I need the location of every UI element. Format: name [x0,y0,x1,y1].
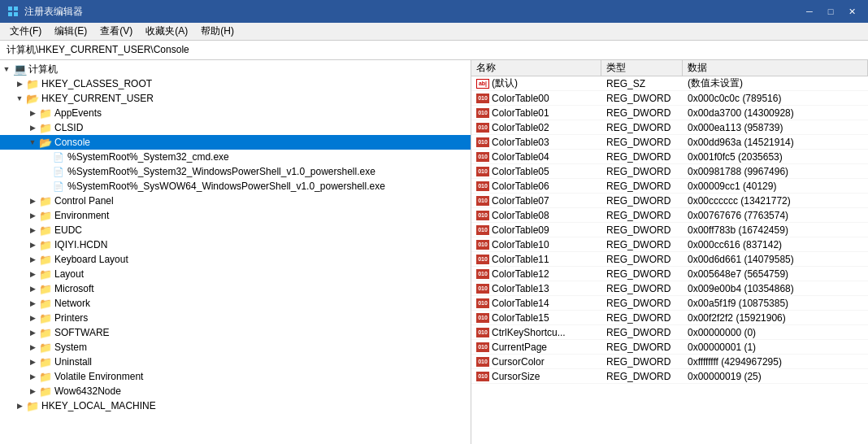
expand-arrow-uninstall[interactable]: ▶ [26,355,39,368]
tree-item-clsid[interactable]: ▶📁CLSID [0,120,471,135]
detail-row[interactable]: 010ColorTable07REG_DWORD0x00cccccc (1342… [471,194,868,208]
tree-item-console[interactable]: ▼📂Console [0,135,471,150]
tree-item-powershell64[interactable]: 📄%SystemRoot%_SysWOW64_WindowsPowerShell… [0,179,471,194]
tree-item-hklm[interactable]: ▶📁HKEY_LOCAL_MACHINE [0,398,471,413]
expand-arrow-layout[interactable]: ▶ [26,268,39,281]
tree-item-system[interactable]: ▶📁System [0,340,471,355]
detail-panel[interactable]: 名称 类型 数据 ab|(默认)REG_SZ(数值未设置)010ColorTab… [471,60,868,444]
expand-arrow-volatile[interactable]: ▶ [26,370,39,383]
expand-arrow-microsoft[interactable]: ▶ [26,282,39,295]
detail-row[interactable]: 010ColorTable06REG_DWORD0x00009cc1 (4012… [471,179,868,194]
expand-arrow-hkcr[interactable]: ▶ [13,77,26,90]
tree-item-network[interactable]: ▶📁Network [0,296,471,311]
detail-row[interactable]: 010ColorTable02REG_DWORD0x000ea113 (9587… [471,120,868,135]
col-header-name[interactable]: 名称 [471,60,601,76]
detail-cell-data: 0x00000001 (1) [683,341,868,354]
detail-row[interactable]: ab|(默认)REG_SZ(数值未设置) [471,76,868,91]
detail-row[interactable]: 010ColorTable03REG_DWORD0x00dd963a (1452… [471,135,868,150]
expand-arrow-system[interactable]: ▶ [26,341,39,354]
tree-item-computer[interactable]: ▼💻计算机 [0,62,471,76]
col-header-data[interactable]: 数据 [683,60,868,76]
folder-icon-powershell: 📄 [52,165,65,178]
tree-item-environment[interactable]: ▶📁Environment [0,208,471,223]
detail-row[interactable]: 010CtrlKeyShortcu...REG_DWORD0x00000000 … [471,325,868,340]
detail-row[interactable]: 010ColorTable14REG_DWORD0x00a5f1f9 (1087… [471,296,868,311]
tree-item-label-cmd: %SystemRoot%_System32_cmd.exe [67,151,229,163]
detail-row[interactable]: 010ColorTable01REG_DWORD0x00da3700 (1430… [471,106,868,120]
folder-icon-software: 📁 [39,326,52,339]
tree-item-appevents[interactable]: ▶📁AppEvents [0,106,471,120]
reg-icon: 010 [476,108,489,118]
tree-panel[interactable]: ▼💻计算机▶📁HKEY_CLASSES_ROOT▼📂HKEY_CURRENT_U… [0,60,471,444]
title-text: 注册表编辑器 [24,5,83,19]
expand-arrow-environment[interactable]: ▶ [26,209,39,222]
col-header-type[interactable]: 类型 [601,60,683,76]
detail-row[interactable]: 010CursorSizeREG_DWORD0x00000019 (25) [471,369,868,384]
detail-row[interactable]: 010ColorTable09REG_DWORD0x00ff783b (1674… [471,223,868,237]
expand-arrow-clsid[interactable]: ▶ [26,121,39,134]
expand-arrow-printers[interactable]: ▶ [26,311,39,324]
detail-row[interactable]: 010CurrentPageREG_DWORD0x00000001 (1) [471,340,868,355]
folder-icon-hkcu: 📂 [26,92,39,105]
tree-item-label-computer: 计算机 [28,63,58,76]
tree-item-label-hkcr: HKEY_CLASSES_ROOT [41,78,152,89]
folder-icon-controlpanel: 📁 [39,194,52,207]
detail-row[interactable]: 010ColorTable10REG_DWORD0x000cc616 (8371… [471,237,868,252]
tree-item-wow6432[interactable]: ▶📁Wow6432Node [0,384,471,398]
expand-arrow-appevents[interactable]: ▶ [26,107,39,120]
expand-arrow-wow6432[interactable]: ▶ [26,385,39,398]
tree-item-printers[interactable]: ▶📁Printers [0,311,471,325]
detail-row[interactable]: 010ColorTable00REG_DWORD0x000c0c0c (7895… [471,91,868,106]
tree-item-iqiyi[interactable]: ▶📁IQIYI.HCDN [0,237,471,252]
folder-icon-environment: 📁 [39,209,52,222]
tree-item-volatile[interactable]: ▶📁Volatile Environment [0,369,471,384]
expand-arrow-keyboard[interactable]: ▶ [26,253,39,266]
maximize-button[interactable]: □ [821,3,840,20]
tree-item-label-printers: Printers [54,312,88,324]
detail-row[interactable]: 010ColorTable12REG_DWORD0x005648e7 (5654… [471,267,868,281]
menu-item-a[interactable]: 收藏夹(A) [139,23,194,40]
expand-arrow-iqiyi[interactable]: ▶ [26,238,39,251]
minimize-button[interactable]: ─ [800,3,819,20]
tree-item-controlpanel[interactable]: ▶📁Control Panel [0,194,471,208]
tree-item-layout[interactable]: ▶📁Layout [0,267,471,281]
expand-arrow-software[interactable]: ▶ [26,326,39,339]
tree-item-microsoft[interactable]: ▶📁Microsoft [0,281,471,296]
close-button[interactable]: ✕ [842,3,861,20]
tree-item-software[interactable]: ▶📁SOFTWARE [0,325,471,340]
tree-item-uninstall[interactable]: ▶📁Uninstall [0,355,471,369]
detail-row[interactable]: 010ColorTable04REG_DWORD0x001f0fc5 (2035… [471,150,868,164]
detail-cell-data: 0x005648e7 (5654759) [683,268,868,281]
detail-cell-type: REG_DWORD [601,341,683,354]
detail-row[interactable]: 010ColorTable13REG_DWORD0x009e00b4 (1035… [471,281,868,296]
tree-item-cmd[interactable]: 📄%SystemRoot%_System32_cmd.exe [0,150,471,164]
detail-row[interactable]: 010ColorTable15REG_DWORD0x00f2f2f2 (1592… [471,311,868,325]
detail-cell-name: 010ColorTable12 [471,268,601,281]
menu-item-f[interactable]: 文件(F) [3,23,48,40]
menu-item-h[interactable]: 帮助(H) [194,23,241,40]
tree-item-powershell[interactable]: 📄%SystemRoot%_System32_WindowsPowerShell… [0,164,471,179]
tree-item-hkcu[interactable]: ▼📂HKEY_CURRENT_USER [0,91,471,106]
expand-arrow-eudc[interactable]: ▶ [26,224,39,237]
detail-row[interactable]: 010ColorTable08REG_DWORD0x00767676 (7763… [471,208,868,223]
tree-item-keyboard[interactable]: ▶📁Keyboard Layout [0,252,471,267]
tree-item-label-wow6432: Wow6432Node [54,385,121,397]
expand-arrow-console[interactable]: ▼ [26,136,39,149]
tree-item-eudc[interactable]: ▶📁EUDC [0,223,471,237]
tree-item-label-appevents: AppEvents [54,107,102,119]
detail-row[interactable]: 010CursorColorREG_DWORD0xffffffff (42949… [471,355,868,369]
detail-cell-name: 010ColorTable00 [471,92,601,105]
menu-item-v[interactable]: 查看(V) [93,23,139,40]
expand-arrow-network[interactable]: ▶ [26,297,39,310]
detail-row[interactable]: 010ColorTable11REG_DWORD0x00d6d661 (1407… [471,252,868,267]
detail-cell-name: 010ColorTable15 [471,311,601,324]
expand-arrow-hklm[interactable]: ▶ [13,399,26,412]
detail-cell-name: 010ColorTable06 [471,180,601,193]
expand-arrow-computer[interactable]: ▼ [0,63,13,76]
menu-item-e[interactable]: 编辑(E) [48,23,93,40]
expand-arrow-hkcu[interactable]: ▼ [13,92,26,105]
tree-item-hkcr[interactable]: ▶📁HKEY_CLASSES_ROOT [0,76,471,91]
expand-arrow-controlpanel[interactable]: ▶ [26,194,39,207]
detail-row[interactable]: 010ColorTable05REG_DWORD0x00981788 (9967… [471,164,868,179]
tree-item-label-console: Console [54,137,90,148]
